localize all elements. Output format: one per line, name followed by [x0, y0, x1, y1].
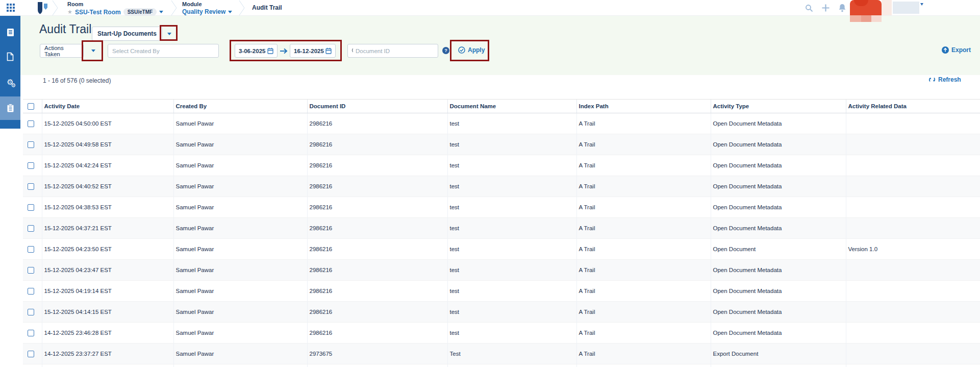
cell-created-by: Samuel Pawar: [173, 323, 307, 344]
row-checkbox[interactable]: [28, 183, 34, 190]
module-value[interactable]: Quality Review: [182, 8, 225, 15]
table-row[interactable]: 15-12-2025 04:40:52 ESTSamuel Pawar29862…: [23, 176, 980, 197]
cell-document-name: test: [447, 134, 576, 155]
room-dropdown-caret-icon[interactable]: [159, 11, 163, 13]
cell-created-by: Samuel Pawar: [173, 260, 307, 281]
document-icon: [6, 52, 14, 61]
row-checkbox[interactable]: [28, 288, 34, 295]
column-header-document-name[interactable]: Document Name: [447, 100, 576, 113]
row-checkbox[interactable]: [28, 330, 34, 336]
apps-grid-icon[interactable]: [7, 4, 15, 14]
cell-activity-related-data: [846, 323, 980, 344]
row-checkbox[interactable]: [28, 351, 34, 357]
result-count-text: 1 - 16 of 576 (0 selected): [43, 77, 111, 84]
cell-activity-date: 14-12-2025 23:46:28 EST: [42, 323, 173, 344]
clipboard-icon: [7, 104, 14, 113]
export-button[interactable]: Export: [942, 46, 971, 54]
audit-trail-screen: Room ★ SSU-Test Room SSU/eTMF Module Qua…: [0, 0, 980, 367]
table-row[interactable]: 14-12-2025 23:46:28 ESTSamuel Pawar29862…: [23, 323, 980, 344]
cell-activity-related-data: [846, 281, 980, 302]
row-checkbox[interactable]: [28, 141, 34, 148]
table-row[interactable]: 15-12-2025 04:37:21 ESTSamuel Pawar29862…: [23, 218, 980, 239]
annotation-box-apply-button: [450, 40, 489, 61]
cell-index-path: A Trail: [576, 302, 711, 323]
sidebar-item-documents[interactable]: [0, 46, 20, 67]
column-header-document-id[interactable]: Document ID: [307, 100, 447, 113]
table-row[interactable]: 15-12-2025 04:42:24 ESTSamuel Pawar29862…: [23, 155, 980, 176]
cell-activity-date: 15-12-2025 04:49:58 EST: [42, 134, 173, 155]
cell-created-by: Samuel Pawar: [173, 218, 307, 239]
table-row[interactable]: 15-12-2025 04:50:00 ESTSamuel Pawar29862…: [23, 113, 980, 134]
room-label: Room: [67, 1, 163, 8]
column-header-activity-date[interactable]: Activity Date: [42, 100, 173, 113]
cell-document-id: 2986216: [307, 239, 447, 260]
breadcrumb-room[interactable]: Room ★ SSU-Test Room SSU/eTMF: [67, 1, 163, 16]
cell-document-name: test: [447, 281, 576, 302]
refresh-button[interactable]: Refresh: [928, 76, 961, 83]
cell-activity-date: 14-12-2025 23:37:27 EST: [42, 344, 173, 364]
cell-created-by: Samuel Pawar: [173, 113, 307, 134]
table-row[interactable]: 14-12-2025 23:37:27 ESTSamuel Pawar29736…: [23, 344, 980, 364]
add-icon[interactable]: [822, 4, 830, 14]
cell-activity-date: 15-12-2025 04:14:15 EST: [42, 302, 173, 323]
row-checkbox[interactable]: [28, 309, 34, 315]
cell-activity-type: Open Document: [711, 239, 846, 260]
cell-created-by: Samuel Pawar: [173, 344, 307, 364]
created-by-input[interactable]: [108, 44, 219, 58]
column-header-index-path[interactable]: Index Path: [576, 100, 711, 113]
cell-index-path: A Trail: [576, 113, 711, 134]
cell-activity-date: 15-12-2025 04:23:50 EST: [42, 239, 173, 260]
select-all-checkbox[interactable]: [28, 103, 34, 110]
cell-document-id: 2986216: [307, 176, 447, 197]
document-id-search-field[interactable]: [347, 44, 438, 58]
cell-document-name: Test: [447, 344, 576, 364]
sidebar-item-settings[interactable]: ⚙⚙: [0, 71, 20, 92]
notifications-bell-icon[interactable]: [838, 4, 846, 14]
room-value[interactable]: SSU-Test Room: [75, 9, 121, 16]
column-header-activity-type[interactable]: Activity Type: [711, 100, 846, 113]
sidebar-item-audit-trail[interactable]: [0, 96, 20, 120]
table-row[interactable]: 15-12-2025 04:19:14 ESTSamuel Pawar29862…: [23, 281, 980, 302]
column-header-created-by[interactable]: Created By: [173, 100, 307, 113]
audit-table: Activity DateCreated ByDocument IDDocume…: [23, 99, 980, 367]
module-dropdown-caret-icon[interactable]: [228, 11, 232, 13]
table-row[interactable]: 15-12-2025 04:38:53 ESTSamuel Pawar29862…: [23, 197, 980, 218]
cell-index-path: A Trail: [576, 176, 711, 197]
cell-activity-date: 15-12-2025 04:37:21 EST: [42, 218, 173, 239]
table-row[interactable]: 15-12-2025 04:14:15 ESTSamuel Pawar29862…: [23, 302, 980, 323]
breadcrumb-separator-icon: [171, 1, 177, 17]
table-row[interactable]: 15-12-2025 04:23:50 ESTSamuel Pawar29862…: [23, 239, 980, 260]
cell-activity-type: Open Document Metadata: [711, 260, 846, 281]
actions-taken-dropdown[interactable]: Actions Taken: [40, 44, 84, 58]
redacted-user-avatar[interactable]: [850, 0, 926, 22]
cell-document-id: 2986216: [307, 134, 447, 155]
cell-activity-type: Open Document Metadata: [711, 197, 846, 218]
favorite-star-icon[interactable]: ★: [67, 9, 72, 15]
breadcrumb-module[interactable]: Module Quality Review: [182, 1, 232, 15]
breadcrumb-separator-icon: [239, 1, 245, 17]
cell-index-path: A Trail: [576, 134, 711, 155]
row-checkbox[interactable]: [28, 246, 34, 253]
cell-index-path: A Trail: [576, 323, 711, 344]
info-icon[interactable]: ?: [442, 47, 449, 54]
cell-index-path: A Trail: [576, 218, 711, 239]
cell-document-name: test: [447, 260, 576, 281]
search-icon[interactable]: [805, 4, 813, 14]
user-menu-caret-icon[interactable]: [920, 3, 923, 6]
row-checkbox[interactable]: [28, 162, 34, 169]
cell-activity-related-data: [846, 134, 980, 155]
table-row[interactable]: 15-12-2025 04:49:58 ESTSamuel Pawar29862…: [23, 134, 980, 155]
sidebar-item-log[interactable]: [0, 22, 20, 42]
cell-activity-date: 15-12-2025 04:23:47 EST: [42, 260, 173, 281]
column-header-activity-related-data[interactable]: Activity Related Data: [846, 100, 980, 113]
row-checkbox[interactable]: [28, 225, 34, 232]
row-checkbox[interactable]: [28, 120, 34, 127]
table-row-partial: [23, 364, 980, 367]
cell-document-id: 2986216: [307, 155, 447, 176]
table-row[interactable]: 15-12-2025 04:23:47 ESTSamuel Pawar29862…: [23, 260, 980, 281]
cell-created-by: Samuel Pawar: [173, 281, 307, 302]
row-checkbox[interactable]: [28, 204, 34, 211]
row-checkbox[interactable]: [28, 267, 34, 274]
document-id-input[interactable]: [356, 48, 434, 54]
scope-selector-dropdown[interactable]: Start-Up Documents: [92, 27, 162, 41]
